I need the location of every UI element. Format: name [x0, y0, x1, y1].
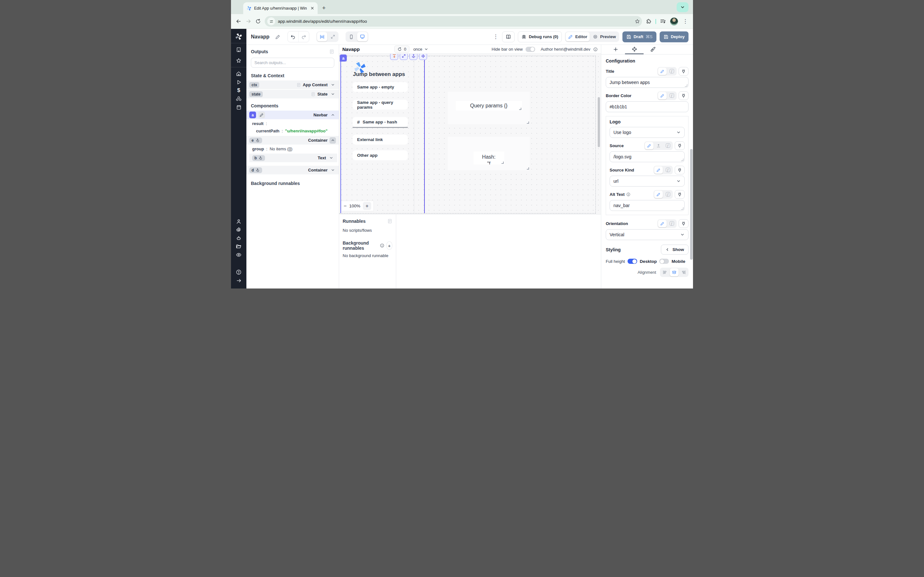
resize-handle[interactable]	[685, 84, 688, 87]
nav-item-other-app[interactable]: Other app	[352, 150, 408, 160]
settings-gear-icon[interactable]	[231, 226, 246, 234]
align-right-button[interactable]	[679, 268, 688, 276]
fullscreen-button[interactable]	[400, 54, 408, 60]
border-color-input[interactable]: #b1b1b1	[606, 101, 688, 112]
rename-pencil-icon[interactable]	[275, 34, 280, 39]
variables-icon[interactable]: $	[231, 86, 246, 95]
audit-logs-icon[interactable]	[231, 251, 246, 259]
static-mode-button[interactable]	[658, 92, 667, 99]
eval-mode-button[interactable]: f	[664, 166, 672, 174]
help-icon[interactable]	[231, 268, 246, 276]
tab-styling[interactable]	[644, 45, 662, 54]
source-input[interactable]: /logo.svg	[610, 151, 685, 162]
eval-mode-button[interactable]: f	[667, 220, 676, 227]
pencil-icon[interactable]	[258, 111, 265, 118]
tab-close-icon[interactable]	[310, 6, 314, 10]
centered-layout-button[interactable]	[317, 32, 327, 41]
settings-scrollbar[interactable]	[690, 149, 693, 259]
mobile-toggle[interactable]	[659, 259, 669, 264]
workspace-icon[interactable]	[231, 45, 246, 54]
add-background-runnable-button[interactable]: +	[386, 242, 393, 250]
back-button[interactable]	[236, 18, 242, 24]
canvas-scrollbar[interactable]	[598, 97, 600, 147]
state-row[interactable]: state State	[246, 90, 339, 99]
hide-bar-toggle[interactable]	[525, 47, 535, 52]
profile-avatar[interactable]	[670, 17, 678, 26]
hash-container[interactable]: Hash: "f	[448, 137, 530, 170]
source-kind-select[interactable]: url	[610, 176, 685, 187]
site-settings-icon[interactable]	[267, 17, 275, 25]
tab-preview[interactable]: Preview	[590, 32, 618, 41]
resize-corner[interactable]	[527, 121, 529, 124]
workers-icon[interactable]	[231, 234, 246, 242]
chevron-up-icon[interactable]	[330, 137, 336, 143]
eval-mode-button[interactable]: f	[664, 142, 672, 149]
bookmark-star-icon[interactable]	[635, 19, 640, 24]
new-tab-button[interactable]: +	[322, 5, 326, 11]
panel-doc-icon[interactable]	[329, 49, 334, 54]
connect-plug-button[interactable]	[678, 67, 688, 76]
chevron-up-icon[interactable]	[330, 112, 336, 118]
component-row-navbar[interactable]: a Navbar	[246, 111, 339, 120]
query-params-container[interactable]: Query params {}	[448, 92, 530, 124]
component-row-container-d[interactable]: d Container	[246, 166, 339, 175]
connect-plug-button[interactable]	[675, 166, 685, 174]
result-line[interactable]: result :	[246, 120, 339, 127]
redo-button[interactable]	[298, 31, 309, 42]
folders-icon[interactable]	[231, 242, 246, 251]
nav-item-external-link[interactable]: External link	[352, 135, 408, 145]
address-bar[interactable]: app.windmill.dev/apps/edit/u/henri/navap…	[265, 16, 642, 27]
mobile-view-button[interactable]	[346, 32, 357, 41]
runs-icon[interactable]	[231, 78, 246, 86]
static-mode-button[interactable]	[654, 166, 663, 174]
tab-component-settings[interactable]	[625, 45, 644, 54]
favorites-star-icon[interactable]	[231, 56, 246, 65]
eval-mode-button[interactable]: f	[664, 191, 672, 198]
users-icon[interactable]	[231, 218, 246, 226]
browser-menu-icon[interactable]: ⋯	[682, 19, 688, 24]
draft-button[interactable]: Draft ⌘S	[622, 31, 656, 42]
eval-mode-button[interactable]: f	[667, 92, 676, 99]
reload-button[interactable]	[255, 19, 261, 24]
title-input[interactable]: Jump between apps	[606, 77, 688, 88]
chevron-down-icon[interactable]	[330, 82, 336, 88]
windmill-logo-icon[interactable]	[231, 32, 246, 41]
forward-button[interactable]	[246, 18, 252, 24]
home-icon[interactable]	[231, 69, 246, 78]
orientation-select[interactable]: Vertical	[606, 229, 688, 240]
resize-corner[interactable]	[501, 161, 504, 164]
connect-plug-button[interactable]	[678, 91, 688, 100]
resize-corner[interactable]	[527, 167, 529, 169]
fullwidth-layout-button[interactable]	[328, 32, 338, 41]
connect-plug-button[interactable]	[675, 141, 685, 150]
alt-text-input[interactable]: nav_bar	[610, 200, 685, 211]
static-mode-button[interactable]	[645, 142, 654, 149]
connect-plug-button[interactable]	[678, 219, 688, 228]
ctx-row[interactable]: ctx App Context	[246, 81, 339, 90]
connect-plug-button[interactable]	[675, 190, 685, 199]
upload-mode-button[interactable]	[654, 142, 663, 149]
anchor-button[interactable]	[409, 54, 417, 60]
resize-handle[interactable]	[681, 159, 684, 161]
resize-handle[interactable]	[681, 207, 684, 210]
static-mode-button[interactable]	[658, 220, 667, 227]
chevron-down-icon[interactable]	[330, 167, 336, 173]
refresh-count-button[interactable]: 0	[394, 45, 409, 53]
chevron-down-icon[interactable]	[330, 91, 336, 97]
panel-doc-icon[interactable]	[387, 219, 393, 224]
browser-tab[interactable]: Edit App u/henri/navapp | Win	[243, 2, 318, 14]
chevron-down-icon[interactable]	[328, 155, 334, 161]
zoom-in-button[interactable]: +	[363, 202, 371, 210]
styling-show-button[interactable]: Show	[661, 245, 688, 255]
use-logo-select[interactable]: Use logo	[610, 127, 685, 138]
move-button[interactable]	[419, 54, 427, 60]
nav-item-same-app-empty[interactable]: Same app - empty	[352, 82, 408, 92]
align-left-button[interactable]	[661, 268, 669, 276]
search-outputs-input[interactable]	[254, 60, 331, 65]
selection-right-border[interactable]	[424, 56, 425, 213]
media-controls-icon[interactable]	[660, 18, 666, 24]
tab-editor[interactable]: Editor	[565, 32, 590, 41]
extensions-icon[interactable]	[646, 19, 652, 24]
resources-icon[interactable]	[231, 95, 246, 103]
group-line[interactable]: group : No items ([])	[246, 145, 339, 153]
